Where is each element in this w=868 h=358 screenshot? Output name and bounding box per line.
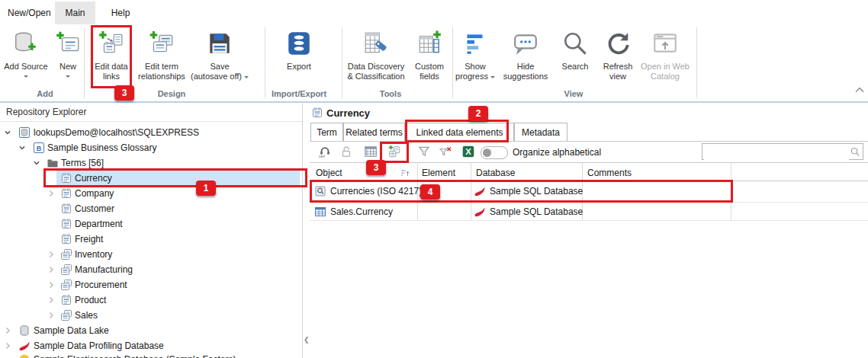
tree-item-label: Sample Data Lake [34, 323, 109, 338]
table-row-currencies-iso-4217[interactable]: Currencies (ISO 4217)Sample SQL Database [310, 181, 868, 203]
tree-item-product[interactable]: Product [0, 292, 302, 308]
column-header-object[interactable]: Object [316, 165, 342, 181]
hide-suggestions-button[interactable]: Hidesuggestions [497, 27, 555, 91]
organize-alphabetical-toggle[interactable] [481, 146, 508, 159]
export-button[interactable]: Export [275, 27, 323, 91]
chevron-collapsed-icon[interactable] [47, 281, 55, 289]
term-icon [311, 107, 323, 119]
tree-item-department[interactable]: Department [0, 216, 302, 232]
new-button[interactable]: New [51, 27, 85, 91]
search-input[interactable] [704, 145, 849, 160]
tree-item-label: Freight [75, 232, 103, 247]
button-label: Add Source [2, 62, 50, 72]
tab-metadata[interactable]: Metadata [514, 123, 567, 142]
chevron-expanded-icon[interactable] [18, 144, 26, 152]
grid-view-button[interactable] [362, 144, 380, 161]
open-web-catalog-button[interactable]: Open in WebCatalog [633, 27, 697, 91]
term-icon [60, 203, 72, 215]
column-header-database[interactable]: Database [476, 165, 515, 181]
edit-data-links-button[interactable]: Edit datalinks [90, 27, 133, 91]
dependencies-icon: DEP [318, 145, 332, 161]
term-icon [60, 218, 72, 230]
row-border [310, 220, 868, 221]
table-icon [314, 206, 326, 218]
application-window: New/OpenMainHelp Add SourceNewAddEdit da… [0, 0, 868, 358]
data-discovery-button[interactable]: Data Discovery& Classification [338, 27, 414, 91]
button-label: Data Discovery [338, 62, 414, 72]
edit-data-links-small-icon [387, 145, 401, 161]
object-cell: Currencies (ISO 4217) [330, 186, 422, 197]
save-button[interactable]: Save(autosave off) [182, 27, 257, 91]
table-row-sales-currency[interactable]: Sales.CurrencySample SQL Database [310, 203, 868, 221]
chevron-collapsed-icon[interactable] [47, 266, 55, 273]
button-label: fields [408, 72, 451, 82]
search-button[interactable]: Search [555, 27, 595, 91]
menu-tab-main[interactable]: Main [55, 2, 95, 24]
repository-icon [18, 126, 31, 139]
open-web-catalog-icon [651, 30, 679, 59]
tree-item-company[interactable]: Company [0, 186, 302, 201]
tree-item-label: Terms [56] [61, 155, 104, 171]
chevron-collapsed-icon[interactable] [47, 251, 55, 258]
tree-item-sample-elasticsearch[interactable]: Sample Elasticsearch Database (Sample Fa… [0, 352, 302, 358]
tree-item-sample-data-profiling[interactable]: Sample Data Profiling Database [0, 338, 302, 353]
unlock-button[interactable] [337, 144, 355, 161]
tree-item-freight[interactable]: Freight [0, 232, 302, 247]
chevron-up-icon[interactable] [854, 85, 865, 93]
chevron-collapsed-icon[interactable] [4, 342, 11, 350]
export-excel-button[interactable]: X [459, 144, 477, 161]
chevron-left-icon[interactable]: ❮ [304, 336, 310, 344]
tab-linked-data-elements[interactable]: Linked data elements [405, 123, 514, 142]
svg-text:B: B [37, 145, 42, 152]
chevron-collapsed-icon[interactable] [47, 190, 55, 197]
filter-button[interactable] [415, 144, 433, 161]
tree-item-label: Product [75, 292, 106, 308]
menu-tab-new-open[interactable]: New/Open [8, 2, 50, 24]
tree-item-repository[interactable]: lookupsDemo@localhost\SQLEXPRESS [0, 125, 302, 140]
chevron-expanded-icon[interactable] [4, 129, 11, 136]
ribbon-group-label-import-export: Import/Export [246, 89, 352, 98]
edit-term-relationships-icon [148, 30, 175, 59]
tree-item-sample-data-lake[interactable]: Sample Data Lake [0, 323, 302, 338]
tab-term[interactable]: Term [310, 123, 343, 142]
add-source-button[interactable]: Add Source [2, 27, 50, 91]
show-progress-button[interactable]: Showprogress [451, 27, 500, 91]
chevron-collapsed-icon[interactable] [4, 327, 11, 334]
tab-related-terms[interactable]: Related terms [343, 123, 405, 142]
chevron-collapsed-icon[interactable] [47, 312, 55, 319]
tree-item-manufacturing[interactable]: Manufacturing [0, 262, 302, 277]
ribbon-group-label-design: Design [118, 89, 225, 98]
chevron-expanded-icon[interactable] [33, 159, 40, 167]
chevron-collapsed-icon[interactable] [47, 296, 55, 304]
tree-item-label: Sample Elasticsearch Database (Sample Fa… [34, 352, 236, 358]
ribbon-group-separator [342, 27, 342, 98]
column-header-element[interactable]: Element [422, 165, 455, 181]
database-cell: Sample SQL Database [490, 206, 583, 217]
refresh-icon [604, 30, 632, 59]
term-group-icon [60, 264, 72, 276]
menu-tab-help[interactable]: Help [105, 2, 136, 24]
data-lake-icon [18, 324, 31, 337]
tree-item-glossary[interactable]: BSample Business Glossary [0, 140, 302, 155]
tree-item-label: lookupsDemo@localhost\SQLEXPRESS [34, 125, 199, 140]
dependencies-button[interactable]: DEP [316, 144, 334, 161]
tree-item-sales[interactable]: Sales [0, 308, 302, 323]
button-label: & Classification [338, 72, 414, 82]
column-header-comments[interactable]: Comments [587, 165, 632, 181]
sort-asc-icon [400, 169, 410, 177]
edit-data-links-button[interactable] [385, 144, 403, 161]
tree-item-terms[interactable]: Terms [56] [0, 155, 302, 171]
folder-icon [47, 157, 59, 169]
button-label: Save [182, 62, 257, 72]
repository-explorer-panel: Repository Explorer lookupsDemo@localhos… [0, 104, 302, 358]
custom-fields-button[interactable]: Customfields [408, 27, 451, 91]
ribbon-group-separator [84, 27, 85, 98]
tree-item-customer[interactable]: Customer [0, 201, 302, 216]
term-group-icon [60, 279, 72, 291]
svg-text:DEP: DEP [319, 154, 326, 158]
button-label: (autosave off) [182, 72, 257, 82]
tree-item-inventory[interactable]: Inventory [0, 247, 302, 262]
clear-filter-button[interactable] [436, 144, 455, 161]
tree-item-currency[interactable]: Currency [0, 171, 302, 186]
tree-item-procurement[interactable]: Procurement [0, 277, 302, 292]
